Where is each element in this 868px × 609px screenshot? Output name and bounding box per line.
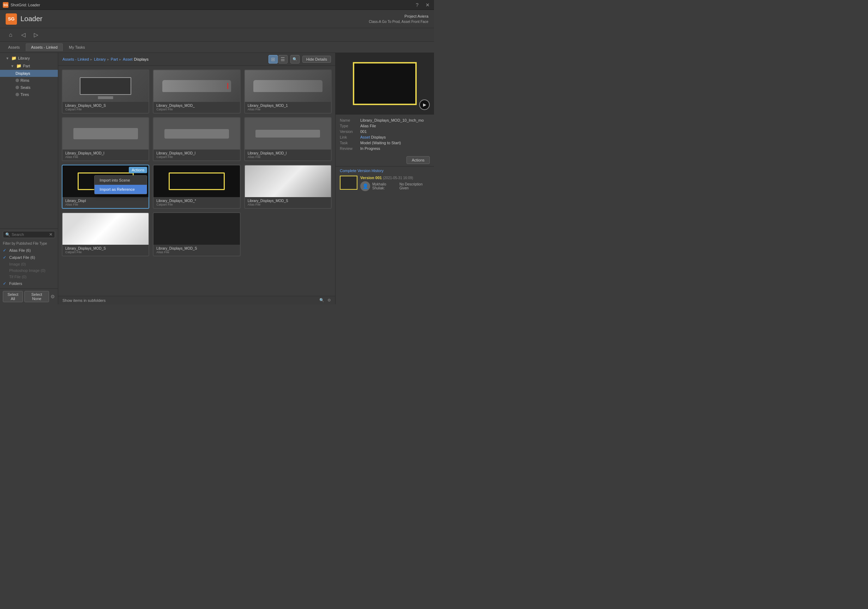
header-right: Project Aviera Class-A Go To Prod, Asset…: [369, 13, 428, 25]
history-thumbnail: [340, 176, 357, 190]
grid-item-name-9: Library_Displays_MOD_S: [248, 199, 328, 203]
grid-item-10[interactable]: Library_Displays_MOD_S Catpart File: [62, 212, 149, 257]
close-button[interactable]: ✕: [424, 2, 431, 8]
grid-thumbnail-4: [62, 118, 149, 150]
thumb-shape-3: [253, 80, 322, 92]
sidebar-tree: ▼ 📁 Library ▼ 📁 Part Displays Rims: [0, 53, 58, 229]
name-label: Name: [340, 118, 358, 122]
grid-item-name-10: Library_Displays_MOD_S: [65, 246, 146, 250]
breadcrumb-assets-linked[interactable]: Assets - Linked: [62, 57, 89, 61]
search-button[interactable]: 🔍: [290, 55, 299, 63]
filter-catpart-file[interactable]: ✓ Catpart File (6): [3, 254, 55, 261]
folder-icon-library: 📁: [11, 56, 17, 61]
details-panel: ▶ Name Library_Displays_MOD_10_Inch_mo T…: [335, 53, 434, 304]
grid-item-type-1: Catpart File: [65, 108, 146, 111]
context-menu-item-import-scene[interactable]: Import into Scene: [95, 176, 147, 185]
filter-tif[interactable]: Tif File (0): [3, 274, 55, 280]
grid-item-7[interactable]: Library_Displ Alias File Actions Import …: [62, 165, 149, 209]
sidebar-item-part[interactable]: ▼ 📁 Part: [0, 62, 58, 70]
select-none-button[interactable]: Select None: [24, 291, 49, 302]
history-info: Version 001 (2021-05-31 16:09) 👤 Mykhail…: [360, 176, 430, 191]
select-all-button[interactable]: Select All: [3, 291, 23, 302]
thumb-display-11: [153, 213, 240, 245]
grid-item-type-7: Alias File: [65, 203, 146, 206]
footer-search-icon[interactable]: 🔍: [319, 298, 324, 302]
type-label: Type: [340, 124, 358, 128]
breadcrumb-sep-3: ▸: [119, 57, 121, 62]
filter-catpart-label: Catpart File (6): [9, 255, 35, 260]
grid-item-11[interactable]: Library_Displays_MOD_S Alias File: [153, 212, 240, 257]
grid-item-type-10: Catpart File: [65, 250, 146, 254]
search-input[interactable]: [12, 232, 48, 236]
sidebar-item-library[interactable]: ▼ 📁 Library: [0, 54, 58, 62]
play-button[interactable]: ▶: [419, 99, 430, 110]
search-clear-icon[interactable]: ✕: [49, 232, 53, 237]
thumb-shelf-5: [164, 129, 229, 139]
filter-folders[interactable]: ✓ Folders: [3, 280, 55, 287]
grid-item-name-11: Library_Displays_MOD_S: [156, 246, 237, 250]
grid-item-5[interactable]: Library_Displays_MOD_l Catpart File: [153, 117, 240, 161]
grid-item-9[interactable]: Library_Displays_MOD_S Alias File: [244, 165, 332, 209]
details-actions-button[interactable]: Actions: [406, 156, 430, 164]
grid-item-3[interactable]: Library_Displays_MOD_1 Alias File: [244, 70, 332, 114]
actions-trigger-button[interactable]: Actions: [129, 167, 147, 173]
bullet-icon-tires: [16, 93, 19, 96]
grid-info-1: Library_Displays_MOD_S Catpart File: [62, 102, 149, 113]
context-menu-item-import-reference[interactable]: Import as Reference: [95, 185, 147, 194]
sidebar-item-rims[interactable]: Rims: [0, 77, 58, 84]
history-item: Version 001 (2021-05-31 16:09) 👤 Mykhail…: [340, 176, 430, 191]
thumb-display-9: [245, 165, 331, 197]
filter-alias-file[interactable]: ✓ Alias File (6): [3, 247, 55, 254]
hide-details-button[interactable]: Hide Details: [302, 56, 331, 63]
filter-image[interactable]: Image (0): [3, 261, 55, 267]
list-view-button[interactable]: ☰: [278, 55, 288, 63]
sidebar-item-displays[interactable]: Displays: [0, 70, 58, 77]
thumb-shape-2: [162, 80, 231, 92]
thumb-shelf-4: [73, 128, 138, 139]
project-name: Project Aviera: [369, 13, 428, 19]
forward-button[interactable]: ▷: [31, 30, 41, 40]
tab-assets-linked[interactable]: Assets - Linked: [26, 43, 63, 51]
sidebar-item-label-part: Part: [23, 64, 30, 68]
detail-link-row: Link Asset Displays: [340, 135, 430, 139]
grid-item-4[interactable]: Library_Displays_MOD_l Alias File: [62, 117, 149, 161]
back-button[interactable]: ◁: [19, 30, 28, 40]
history-link[interactable]: Complete Version History: [340, 168, 430, 173]
settings-icon[interactable]: ⚙: [50, 294, 55, 299]
thumb-display-2: [153, 70, 240, 102]
tab-assets[interactable]: Assets: [3, 43, 25, 51]
context-menu: Import into Scene Import as Reference: [94, 175, 147, 194]
name-value: Library_Displays_MOD_10_Inch_mo: [360, 118, 424, 122]
grid-info-2: Library_Displays_MOD_ Catpart File: [153, 102, 240, 113]
sidebar-item-tires[interactable]: Tires: [0, 91, 58, 98]
grid-view-button[interactable]: ⊞: [268, 55, 278, 63]
filter-section: Filter by Published File Type ✓ Alias Fi…: [0, 240, 58, 289]
link-text: Displays: [371, 135, 386, 139]
grid-item-type-6: Alias File: [248, 155, 328, 159]
grid-item-2[interactable]: Library_Displays_MOD_ Catpart File: [153, 70, 240, 114]
grid-item-1[interactable]: Library_Displays_MOD_S Catpart File: [62, 70, 149, 114]
grid-thumbnail-2: [153, 70, 240, 102]
home-button[interactable]: ⌂: [6, 30, 16, 40]
grid-info-8: Library_Displays_MOD_* Catpart File: [153, 197, 240, 208]
filter-tif-label: Tif File (0): [9, 275, 26, 279]
history-author-row: 👤 Mykhailo Shuliak: No Description Given: [360, 181, 430, 191]
detail-name-row: Name Library_Displays_MOD_10_Inch_mo: [340, 118, 430, 122]
sidebar-item-seats[interactable]: Seats: [0, 84, 58, 91]
footer-settings-icon[interactable]: ⚙: [327, 298, 331, 302]
grid-thumbnail-10: [62, 213, 149, 245]
breadcrumb-library[interactable]: Library: [94, 57, 106, 61]
grid-item-type-2: Catpart File: [156, 108, 237, 111]
grid-item-8[interactable]: Library_Displays_MOD_* Catpart File: [153, 165, 240, 209]
help-button[interactable]: ?: [414, 2, 420, 8]
tab-my-tasks[interactable]: My Tasks: [64, 43, 90, 51]
grid-item-6[interactable]: Library_Displays_MOD_l Alias File: [244, 117, 332, 161]
task-label: Task: [340, 141, 358, 145]
breadcrumb-part[interactable]: Part: [111, 57, 118, 61]
app-title: Loader: [20, 15, 42, 23]
grid-item-name-3: Library_Displays_MOD_1: [248, 104, 328, 108]
details-preview: ▶: [336, 53, 434, 114]
filter-photoshop[interactable]: Photoshop Image (0): [3, 267, 55, 274]
version-label: Version: [340, 130, 358, 134]
history-date: (2021-05-31 16:09): [383, 176, 413, 180]
